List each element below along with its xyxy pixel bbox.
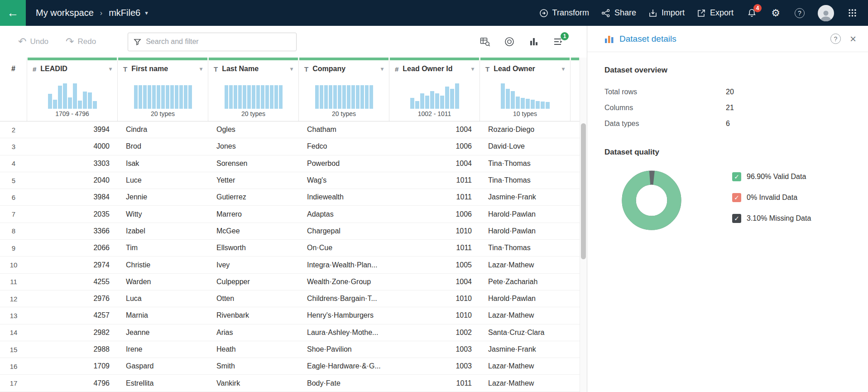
column-histogram[interactable] xyxy=(27,78,117,110)
column-stats-button[interactable] xyxy=(528,36,540,48)
table-cell[interactable]: 2982 xyxy=(27,329,118,337)
table-cell[interactable]: Fedco xyxy=(299,142,389,150)
avatar[interactable] xyxy=(818,5,834,21)
share-button[interactable]: Share xyxy=(601,8,636,18)
table-cell[interactable]: Laura·Ashley·Mothe... xyxy=(299,329,389,337)
file-menu-caret-icon[interactable]: ▾ xyxy=(145,10,148,16)
table-cell[interactable]: Integra·Wealth·Plan... xyxy=(299,261,389,269)
column-menu-caret-icon[interactable]: ▾ xyxy=(109,66,112,72)
quality-checkbox[interactable]: ✓ xyxy=(732,214,741,223)
vertical-scrollbar[interactable] xyxy=(580,58,587,392)
table-cell[interactable]: Santa·Cruz·Clara xyxy=(480,329,571,337)
table-cell[interactable]: 2976 xyxy=(27,295,118,303)
table-cell[interactable]: Lazar·Mathew xyxy=(480,379,571,387)
table-cell[interactable]: Body·Fate xyxy=(299,379,389,387)
column-header[interactable]: TLast Name▾20 types xyxy=(208,58,299,121)
table-row[interactable]: 122976LucaOttenChildrens·Bargain·T...101… xyxy=(0,290,580,307)
table-row[interactable]: 52040LuceYetterWag's1011Tina·Thomas xyxy=(0,172,580,189)
table-cell[interactable]: 1010 xyxy=(389,227,480,235)
table-row[interactable]: 23994CindraOglesChatham1004Rozario·Diego xyxy=(0,121,580,138)
quality-legend-item[interactable]: ✓3.10% Missing Data xyxy=(732,214,811,223)
column-header[interactable]: #LEADID▾1709 - 4796 xyxy=(27,58,118,121)
table-cell[interactable]: Heath xyxy=(208,345,299,353)
table-cell[interactable]: Adaptas xyxy=(299,210,389,218)
panel-help-button[interactable]: ? xyxy=(830,34,841,44)
table-cell[interactable]: 1005 xyxy=(389,261,480,269)
table-cell[interactable]: 1010 xyxy=(389,295,480,303)
table-cell[interactable]: 1709 xyxy=(27,362,118,370)
table-search-button[interactable] xyxy=(479,36,491,48)
table-row[interactable]: 63984JennieGutierrezIndiewealth1011Jasmi… xyxy=(0,189,580,206)
table-cell[interactable]: 1002 xyxy=(389,329,480,337)
table-cell[interactable]: Eagle·Hardware·&·G... xyxy=(299,362,389,370)
quality-checkbox[interactable]: ✓ xyxy=(732,193,741,202)
table-cell[interactable]: On·Cue xyxy=(299,244,389,252)
table-cell[interactable]: Jeanne xyxy=(118,329,208,337)
table-cell[interactable]: 2035 xyxy=(27,210,118,218)
table-cell[interactable]: Tim xyxy=(118,244,208,252)
table-cell[interactable]: 2066 xyxy=(27,244,118,252)
table-cell[interactable]: Sorensen xyxy=(208,160,299,168)
applied-steps-button[interactable]: 1 xyxy=(552,36,564,48)
table-cell[interactable]: Gutierrez xyxy=(208,193,299,201)
table-cell[interactable]: 3994 xyxy=(27,126,118,134)
search-input[interactable] xyxy=(146,38,291,46)
column-menu-caret-icon[interactable]: ▾ xyxy=(200,66,202,72)
quality-legend-item[interactable]: ✓0% Invalid Data xyxy=(732,193,811,202)
table-cell[interactable]: Culpepper xyxy=(208,278,299,286)
table-cell[interactable]: 2040 xyxy=(27,176,118,184)
table-cell[interactable]: Marrero xyxy=(208,210,299,218)
table-cell[interactable]: Ellsworth xyxy=(208,244,299,252)
table-cell[interactable]: Harold·Pawlan xyxy=(480,210,571,218)
column-header[interactable]: #Lead Owner Id▾1002 - 1011 xyxy=(389,58,480,121)
table-cell[interactable]: Ivey xyxy=(208,261,299,269)
table-cell[interactable]: 4796 xyxy=(27,379,118,387)
table-cell[interactable]: Jennie xyxy=(118,193,208,201)
import-button[interactable]: Import xyxy=(648,8,685,18)
table-cell[interactable]: Jasmine·Frank xyxy=(480,345,571,353)
table-cell[interactable]: 1006 xyxy=(389,210,480,218)
undo-button[interactable]: ↶ Undo xyxy=(18,37,48,47)
table-row[interactable]: 142982JeanneAriasLaura·Ashley·Mothe...10… xyxy=(0,324,580,341)
transform-button[interactable]: Transform xyxy=(539,8,589,18)
table-cell[interactable]: Rivenbark xyxy=(208,311,299,319)
table-row[interactable]: 134257MarniaRivenbarkHenry's·Hamburgers1… xyxy=(0,307,580,324)
table-cell[interactable]: Luca xyxy=(118,295,208,303)
table-cell[interactable]: Wag's xyxy=(299,176,389,184)
column-label-row[interactable]: TLead Owner▾ xyxy=(480,60,570,78)
back-button[interactable]: ← xyxy=(0,0,26,26)
table-row[interactable]: 83366IzabelMcGeeChargepal1010Harold·Pawl… xyxy=(0,223,580,240)
table-cell[interactable]: Pete·Zachariah xyxy=(480,278,571,286)
column-label-row[interactable]: TLast Name▾ xyxy=(208,60,298,78)
help-button[interactable]: ? xyxy=(794,7,806,19)
table-cell[interactable]: Otten xyxy=(208,295,299,303)
table-cell[interactable]: 1011 xyxy=(389,193,480,201)
column-histogram[interactable] xyxy=(208,78,298,110)
table-cell[interactable]: 4257 xyxy=(27,311,118,319)
column-header[interactable]: TCompany▾20 types xyxy=(299,58,389,121)
table-row[interactable]: 72035WittyMarreroAdaptas1006Harold·Pawla… xyxy=(0,206,580,223)
redo-button[interactable]: ↷ Redo xyxy=(66,37,96,47)
table-cell[interactable]: Isak xyxy=(118,160,208,168)
table-cell[interactable]: Estrellita xyxy=(118,379,208,387)
table-cell[interactable]: Yetter xyxy=(208,176,299,184)
export-button[interactable]: Export xyxy=(697,8,734,18)
table-cell[interactable]: 1004 xyxy=(389,160,480,168)
settings-button[interactable]: ⚙ xyxy=(770,7,782,19)
table-cell[interactable]: Henry's·Hamburgers xyxy=(299,311,389,319)
column-label-row[interactable]: TFirst name▾ xyxy=(118,60,208,78)
table-cell[interactable]: 1004 xyxy=(389,126,480,134)
table-row[interactable]: 43303IsakSorensenPowerbod1004Tina·Thomas xyxy=(0,155,580,172)
table-cell[interactable]: 1011 xyxy=(389,244,480,252)
search-box[interactable] xyxy=(128,33,297,51)
column-label-row[interactable]: #LEADID▾ xyxy=(27,60,117,78)
table-cell[interactable]: Izabel xyxy=(118,227,208,235)
table-cell[interactable]: Ogles xyxy=(208,126,299,134)
column-menu-caret-icon[interactable]: ▾ xyxy=(381,66,384,72)
table-cell[interactable]: Chargepal xyxy=(299,227,389,235)
table-cell[interactable]: Irene xyxy=(118,345,208,353)
table-cell[interactable]: 4000 xyxy=(27,142,118,150)
table-cell[interactable]: Powerbod xyxy=(299,160,389,168)
column-label-row[interactable]: TCompany▾ xyxy=(299,60,389,78)
table-cell[interactable]: Luce xyxy=(118,176,208,184)
